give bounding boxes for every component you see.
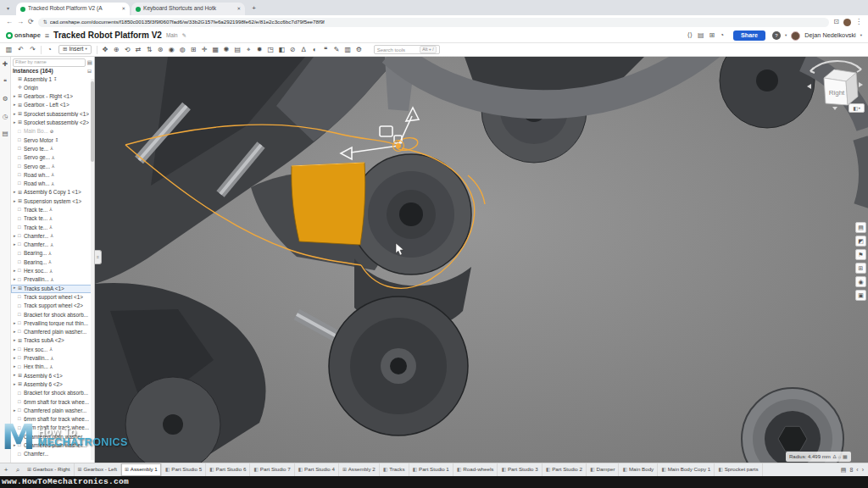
panel-toggle-icon[interactable]: ▥ (3, 47, 14, 53)
tree-item[interactable]: ▸□Chamfered plain washer... (11, 407, 94, 415)
tree-item[interactable]: □Servo te...⅄ (11, 145, 94, 153)
document-tab[interactable]: ⊞Assembly 2 (339, 463, 380, 476)
tree-item[interactable]: ▸□Chamfered plain washer... (11, 328, 94, 336)
section-view-icon[interactable]: ⊘ (287, 47, 298, 53)
browser-menu-icon[interactable]: ⋮ (855, 19, 862, 25)
mate-icon[interactable]: ✥ (100, 47, 111, 53)
site-settings-icon[interactable]: ⇅ (43, 19, 47, 25)
tree-item[interactable]: ▸⊞Suspension system <1> (11, 197, 94, 206)
drawing-icon[interactable]: ✎ (331, 47, 342, 53)
view-options-button[interactable]: ◧ ▾ (849, 103, 865, 113)
measurement-bar[interactable]: Radius: 4.499 mm ∆⌂▦ (786, 452, 851, 462)
tree-item[interactable]: ▸□Prevailing torque nut thin... (11, 319, 94, 328)
slider-mate-icon[interactable]: ⇄ (133, 47, 144, 53)
tree-item[interactable]: □Road wh...⅄ (11, 171, 94, 180)
tree-item[interactable]: □Track te...⅄ (11, 214, 94, 223)
document-tab[interactable]: ⊞Gearbox - Left (75, 463, 121, 476)
bom-icon[interactable]: ▥ (342, 47, 353, 53)
document-tab[interactable]: ◧Part Studio 2 (542, 463, 587, 476)
address-bar[interactable]: ⇅ cad.onshape.com/documents/f1850c00135f… (38, 18, 830, 27)
measure-grid-icon[interactable]: ▦ (843, 454, 848, 459)
browser-profile-avatar[interactable] (843, 19, 851, 26)
snap-mode-icon[interactable]: ⌖ (243, 47, 254, 53)
search-tools-input[interactable]: Search tools Alt + / (374, 45, 440, 54)
measure-detail-icon[interactable]: ∆ (833, 454, 837, 459)
tree-item[interactable]: ▸⊞Sprocket subassembly <1> (11, 110, 94, 119)
tree-item[interactable]: □Chamfer... (11, 450, 94, 458)
sync-icon[interactable]: ◔ (44, 47, 55, 53)
tree-item[interactable]: □Bearing...⅄ (11, 250, 94, 258)
document-tab[interactable]: ◧Part Studio 3 (498, 463, 542, 476)
add-tab-button[interactable]: + (0, 463, 12, 476)
document-tab[interactable]: ◧Part Studio 5 (162, 463, 206, 476)
tree-item[interactable]: ⊞Assembly 1↧ (11, 75, 94, 84)
document-tab[interactable]: ◧Part Studio 4 (295, 463, 339, 476)
extensions-icon[interactable]: ⊡ (833, 19, 839, 25)
tree-item[interactable]: ▸□Hex thin...⅄ (11, 363, 94, 371)
pin-slot-mate-icon[interactable]: ◉ (166, 47, 177, 53)
tree-item[interactable]: ▸⊞Assembly 6 <2> (11, 380, 94, 389)
tree-item[interactable]: ▸□Chamfer...⅄ (11, 232, 94, 241)
tree-item[interactable]: ▸⊞Tracks subA <2> (11, 337, 94, 346)
settings-panel-icon[interactable]: ⚙ (3, 96, 8, 103)
reload-icon[interactable]: ⟳ (28, 19, 34, 25)
display-states-panel-icon[interactable]: ⊞ (855, 263, 866, 274)
browser-tab[interactable]: Tracked Robot Platform V2 (A✕ (16, 3, 130, 15)
explode-view-icon[interactable]: ✹ (254, 47, 265, 53)
document-tab[interactable]: ◧Part Studio 6 (206, 463, 250, 476)
tab-overflow-icon[interactable]: ▤ (841, 467, 847, 473)
web-panel-icon[interactable]: ◉ (855, 276, 866, 287)
tree-item[interactable]: □Servo ge...⅄ (11, 163, 94, 171)
circular-pattern-icon[interactable]: ✺ (221, 47, 232, 53)
tab-close-icon[interactable]: ✕ (121, 7, 125, 12)
versions-icon[interactable]: ▤ (698, 32, 704, 39)
tree-scrollbar-thumb[interactable] (91, 81, 94, 162)
properties-panel-icon[interactable]: ▣ (855, 290, 866, 301)
replicate-icon[interactable]: ▤ (232, 47, 243, 53)
tree-scrollbar[interactable] (91, 79, 94, 460)
appearance-icon[interactable]: ◐ (309, 47, 320, 53)
browser-tab[interactable]: Keyboard Shortcuts and Hotk✕ (131, 3, 245, 15)
embed-code-icon[interactable]: ⟨⟩ (687, 32, 693, 39)
tree-item[interactable]: □6mm shaft for track whee... (11, 415, 94, 424)
graphics-area[interactable] (95, 57, 868, 463)
fastened-mate-icon[interactable]: ⊕ (111, 47, 122, 53)
named-positions-icon[interactable]: ◳ (265, 47, 276, 53)
tree-item[interactable]: □Track te...⅄ (11, 206, 94, 214)
document-tab[interactable]: ⊞Assembly 1 (121, 463, 162, 476)
export-icon[interactable]: ⊞ (709, 32, 715, 39)
panel-splitter-handle[interactable]: ≡ (95, 250, 102, 264)
tabs-prev-icon[interactable]: ‹ (856, 467, 858, 473)
tree-item[interactable]: ▸□Prevailin...⅄ (11, 275, 94, 284)
tree-item[interactable]: □6mm shaft for track whee... (11, 424, 94, 432)
configurations-icon[interactable]: ⚙ (353, 47, 364, 53)
user-avatar[interactable] (791, 31, 800, 41)
tab-search-button[interactable]: ⌕ (12, 463, 24, 476)
insert-button[interactable]: ⊞ Insert ▾ (58, 45, 92, 55)
redo-icon[interactable]: ↷ (27, 47, 38, 53)
feature-list-panel-icon[interactable]: ▤ (2, 130, 8, 137)
configuration-panel-icon[interactable]: ▤ (855, 222, 866, 233)
onshape-logo[interactable]: onshape (6, 32, 41, 39)
document-tab[interactable]: ⊞Gearbox - Right (24, 463, 75, 476)
tree-item[interactable]: □Track te...⅄ (11, 224, 94, 232)
tree-item[interactable]: ▸⊞Tracks subA <1> (11, 285, 94, 293)
tree-item[interactable]: □Bracket for shock absorb... (11, 311, 94, 319)
edit-title-icon[interactable]: ✎ (182, 33, 186, 38)
tree-item[interactable]: ▸⊞Sprocket subassembly <2> (11, 119, 94, 127)
display-states-icon[interactable]: ◧ (276, 47, 287, 53)
document-tab[interactable]: ◧Main Body Copy 1 (658, 463, 715, 476)
insert-panel-icon[interactable]: ✚ (3, 61, 8, 68)
forward-icon[interactable]: → (17, 19, 24, 25)
tree-item[interactable]: □Main Bo...⊘ (11, 127, 94, 136)
tree-item[interactable]: ▸□Chamfered plain washer... (11, 441, 94, 450)
named-views-panel-icon[interactable]: ⚑ (855, 249, 866, 260)
tree-item[interactable]: ▸⊞Gearbox - Right <1> (11, 92, 94, 101)
document-tab[interactable]: ◧Main Body (619, 463, 658, 476)
help-icon[interactable]: ? (772, 31, 781, 40)
tree-item[interactable]: □Road wh...⅄ (11, 180, 94, 188)
measure-icon[interactable]: ∆ (298, 47, 309, 53)
comments-panel-icon[interactable]: ❝ (3, 79, 7, 86)
document-tab[interactable]: ◧Sprocket parts (715, 463, 762, 476)
document-tab[interactable]: ◧Part Studio 7 (250, 463, 294, 476)
